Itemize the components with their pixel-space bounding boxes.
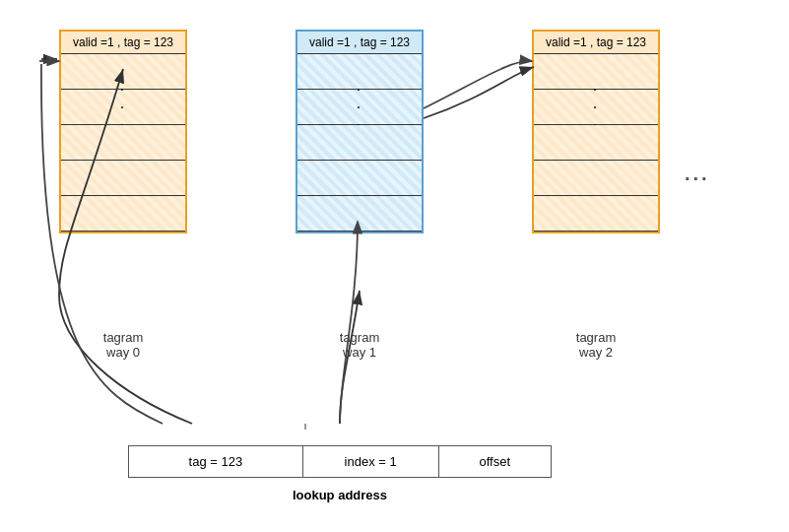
way1-row3: [297, 125, 422, 161]
way1-block: valid =1 , tag = 123 ···: [296, 30, 424, 233]
way2-row3: [534, 125, 658, 161]
way2-block: valid =1 , tag = 123 ···: [532, 30, 660, 233]
diagram-container: valid =1 , tag = 123 ··· tagramway 0 val…: [0, 0, 789, 532]
way2-dots: ···: [534, 90, 658, 125]
way1-label: tagramway 1: [296, 330, 424, 360]
address-label: lookup address: [128, 488, 552, 502]
way0-row5: [61, 196, 185, 232]
way2-row5: [534, 196, 658, 232]
address-box: tag = 123 index = 1 offset: [128, 445, 552, 478]
way0-header: valid =1 , tag = 123: [61, 32, 185, 54]
way0-label: tagramway 0: [59, 330, 187, 360]
addr-offset-cell: offset: [439, 446, 551, 477]
way1-header: valid =1 , tag = 123: [297, 32, 422, 54]
addr-index-cell: index = 1: [303, 446, 439, 477]
way1-row4: [297, 161, 422, 196]
way1-dots: ···: [297, 90, 422, 125]
way2-header: valid =1 , tag = 123: [534, 32, 658, 54]
way1-row5: [297, 196, 422, 232]
way2-label: tagramway 2: [532, 330, 660, 360]
way0-row4: [61, 161, 185, 196]
way0-block: valid =1 , tag = 123 ···: [59, 30, 187, 233]
way0-row3: [61, 125, 185, 161]
way2-row4: [534, 161, 658, 196]
way0-dots: ···: [61, 90, 185, 125]
addr-tag-cell: tag = 123: [129, 446, 303, 477]
more-ways-dots: ...: [685, 163, 710, 185]
